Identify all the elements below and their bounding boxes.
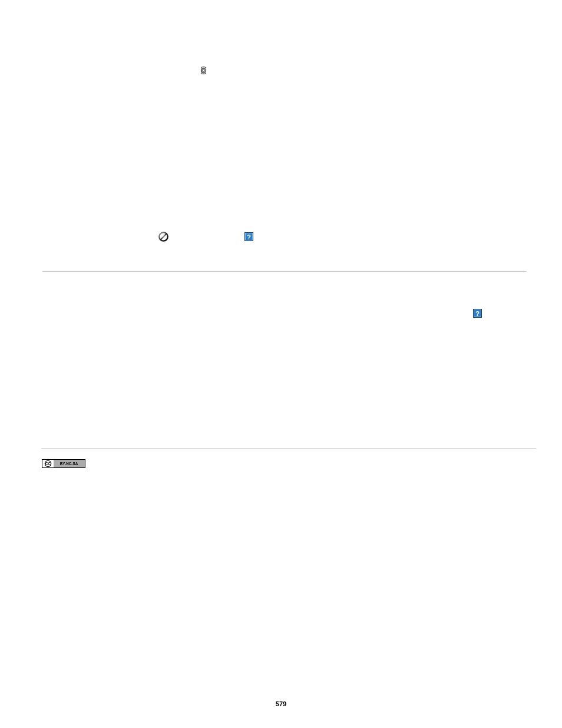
page-number: 579 — [0, 700, 562, 707]
section-divider — [42, 271, 527, 272]
help-icon[interactable]: ? — [244, 232, 253, 241]
svg-line-5 — [160, 233, 166, 239]
no-entry-icon — [158, 232, 168, 242]
svg-text:CC: CC — [45, 462, 51, 466]
attachment-icon — [200, 67, 207, 76]
cc-by-nc-sa-badge[interactable]: CC BY-NC-SA — [42, 459, 85, 468]
svg-point-2 — [203, 68, 204, 70]
svg-point-3 — [203, 71, 204, 73]
help-icon[interactable]: ? — [473, 309, 482, 318]
svg-text:?: ? — [247, 233, 251, 241]
cc-license-text: BY-NC-SA — [60, 462, 78, 466]
section-divider — [41, 448, 536, 449]
svg-text:?: ? — [475, 310, 480, 317]
